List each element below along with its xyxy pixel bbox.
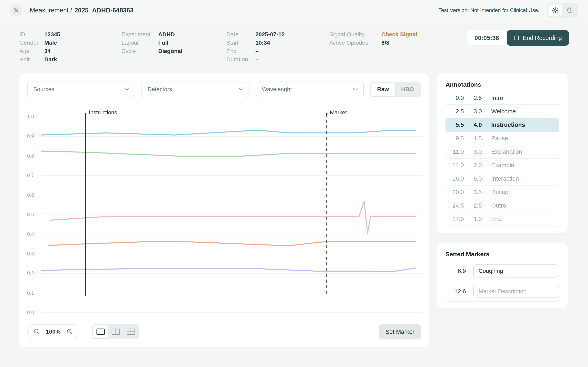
series-channel-5 [41, 268, 416, 271]
zoom-control: 100% [27, 324, 79, 339]
page-title: Measurement / 2025_ADHD-648363 [30, 7, 134, 14]
annotation-label: Interaction [491, 175, 519, 182]
set-marker-button[interactable]: Set Marker [379, 324, 421, 339]
chevron-down-icon [353, 88, 358, 91]
signal-plot[interactable]: 1.00.90.80.70.60.50.40.30.20.10.0 Instru… [41, 113, 422, 313]
info-value: ADHD [158, 30, 175, 39]
y-tick-label: 0.3 [27, 251, 34, 257]
annotation-start-time: 27.0 [445, 216, 464, 222]
zoom-in-button[interactable] [66, 328, 73, 335]
annotation-row[interactable]: 9.51.5Pause [445, 132, 559, 145]
marker-time: 12.6 [445, 288, 466, 295]
marker-description-input[interactable] [473, 264, 559, 277]
info-label: Experiment [121, 30, 158, 39]
info-label: Gender [19, 39, 44, 47]
annotation-duration: 5.0 [464, 175, 482, 182]
info-value: Diagonal [158, 47, 182, 55]
annotation-duration: 3.0 [464, 149, 482, 155]
info-value: 12345 [44, 30, 60, 39]
recording-controls: 00:05:36 End Recording [467, 30, 569, 46]
zoom-in-icon [66, 328, 73, 335]
session-info-bar: ID12345 GenderMale Age34 HairDark Experi… [19, 30, 569, 64]
two-pane-button[interactable] [108, 325, 123, 338]
single-pane-button[interactable] [93, 325, 108, 338]
info-label: Date [226, 30, 255, 39]
annotation-label: Intro [491, 95, 503, 101]
annotation-label: Welcome [491, 108, 516, 115]
marker-line-label: Instructions [89, 109, 117, 116]
marker-description-input[interactable] [473, 285, 559, 298]
title-prefix: Measurement / [30, 7, 72, 14]
divider [113, 30, 113, 64]
mode-raw-button[interactable]: Raw [371, 83, 395, 96]
annotation-row[interactable]: 11.03.0Explanation [445, 145, 559, 159]
annotation-duration: 1.5 [464, 135, 482, 142]
chart-bottom-toolbar: 100% Set Marker [27, 324, 421, 339]
stop-icon [514, 35, 519, 41]
light-mode-button[interactable] [548, 4, 562, 17]
annotation-start-time: 5.5 [445, 122, 464, 128]
info-label: ID [19, 30, 44, 39]
annotation-row[interactable]: 27.01.0End [445, 212, 559, 226]
setted-markers-panel: Setted Markers 6.9 12.6 [437, 243, 568, 308]
four-pane-icon [127, 328, 135, 335]
detectors-dropdown-label: Detectors [148, 86, 172, 92]
info-value: 34 [44, 47, 51, 55]
annotation-duration: 1.0 [464, 216, 482, 222]
annotation-start-time: 20.0 [445, 189, 464, 196]
annotation-start-time: 0.0 [445, 95, 464, 101]
series-channel-3 [50, 201, 416, 233]
y-tick-label: 0.8 [27, 153, 34, 159]
mode-hbo-button[interactable]: HBO [395, 83, 420, 96]
annotations-title: Annotations [445, 81, 559, 88]
divider [321, 30, 321, 64]
signal-quality-status: Check Signal [381, 30, 417, 39]
dark-mode-button[interactable] [562, 4, 577, 17]
signal-plot-canvas [41, 113, 422, 313]
annotation-row[interactable]: 24.52.5Outro [445, 199, 559, 212]
wavelength-dropdown[interactable]: Wavelenght [256, 82, 364, 97]
y-axis: 1.00.90.80.70.60.50.40.30.20.10.0 [19, 113, 34, 313]
annotation-label: Pause [491, 135, 508, 142]
annotation-row[interactable]: 20.03.5Recap [445, 185, 559, 199]
annotation-duration: 2.0 [464, 162, 482, 169]
info-label: Hair [19, 55, 44, 64]
annotation-row[interactable]: 2.53.0Welcome [445, 105, 559, 118]
test-version-note: Test Version: Not Intended for Clinical … [439, 7, 539, 13]
subject-info-column: ID12345 GenderMale Age34 HairDark [19, 30, 113, 64]
annotation-label: End [491, 216, 502, 222]
annotation-duration: 2.5 [464, 202, 482, 209]
four-pane-button[interactable] [123, 325, 138, 338]
info-label: Signal Quality [329, 30, 381, 39]
detectors-dropdown[interactable]: Detectors [141, 82, 250, 97]
close-button[interactable] [10, 4, 22, 16]
info-value: Full [158, 39, 168, 47]
chevron-down-icon [239, 88, 243, 91]
active-optodes-value: 8/8 [381, 39, 389, 47]
annotations-panel: Annotations 0.02.5Intro2.53.0Welcome5.54… [437, 73, 568, 233]
annotation-row[interactable]: 16.05.0Interaction [445, 172, 559, 185]
zoom-out-button[interactable] [33, 328, 40, 335]
end-recording-button[interactable]: End Recording [507, 30, 569, 46]
sources-dropdown[interactable]: Sources [27, 82, 135, 97]
annotation-duration: 2.5 [464, 95, 482, 101]
y-tick-label: 0.9 [27, 133, 34, 139]
end-recording-label: End Recording [523, 35, 562, 42]
annotation-label: Recap [491, 189, 508, 196]
moon-icon [566, 7, 573, 14]
setted-markers-title: Setted Markers [445, 251, 559, 258]
signal-info-column: Signal QualityCheck Signal Active Optode… [329, 30, 435, 47]
marker-time: 6.9 [445, 268, 466, 275]
time-info-column: Date2025-07-12 Start10:34 End– Duration– [226, 30, 321, 64]
zoom-level: 100% [46, 328, 61, 335]
two-pane-icon [112, 328, 120, 335]
annotation-label: Instructions [491, 122, 525, 128]
annotation-row[interactable]: 0.02.5Intro [445, 91, 559, 105]
annotation-row[interactable]: 5.54.0Instructions [445, 118, 559, 132]
annotation-row[interactable]: 14.02.0Example [445, 159, 559, 172]
info-value: – [255, 47, 259, 55]
annotation-start-time: 9.5 [445, 135, 464, 142]
info-value: Dark [44, 55, 57, 64]
info-value: Male [44, 39, 57, 47]
y-tick-label: 0.0 [27, 309, 34, 315]
